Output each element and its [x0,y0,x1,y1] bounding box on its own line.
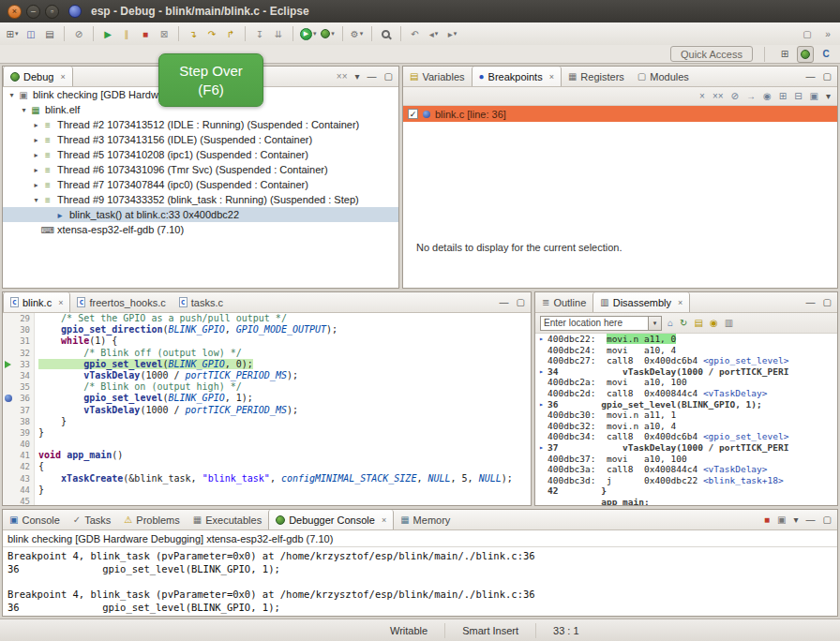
debug-perspective-button[interactable] [797,46,814,63]
disasm-row[interactable]: 400dbc37: movi a10, 100 [535,454,837,465]
window-close-button[interactable]: × [8,5,22,19]
tab-blink-c[interactable]: cblink.c× [3,292,70,312]
code-editor[interactable]: 29 /* Set the GPIO as a push/pull output… [3,313,531,505]
location-combo[interactable]: Enter location here ▾ [540,316,662,331]
breakpoint-checkbox[interactable]: ✓ [408,109,418,119]
location-input[interactable]: Enter location here [541,318,648,328]
new-wizard-button[interactable]: ⊞▾ [4,25,21,42]
print-button[interactable]: ▤ [41,25,58,42]
debug-tree-row[interactable]: ▸≡Thread #3 1073413156 (IDLE) (Suspended… [3,132,398,147]
disasm-row[interactable]: 400dbc32: movi.n a10, 4 [535,421,837,432]
maximize-view-icon[interactable]: ▢ [823,297,832,307]
close-tab-icon[interactable]: × [58,298,63,307]
show-supported-breakpoints-icon[interactable]: ⊘ [731,91,739,101]
sync-with-pc-icon[interactable]: ◉ [710,318,718,328]
disasm-row[interactable]: 400dbc24: movi a10, 4 [535,345,837,356]
remove-all-breakpoints-icon[interactable]: ×× [712,91,724,101]
tab-tasks[interactable]: ✓Tasks [67,510,118,529]
disasm-row[interactable]: 400dbc3d: j 0x400dbc22 <blink_task+18> [535,475,837,486]
minimize-view-icon[interactable]: — [806,514,816,525]
expander-closed-icon[interactable]: ▸ [31,136,41,144]
minimize-view-icon[interactable]: — [500,297,509,307]
close-tab-icon[interactable]: × [549,72,554,82]
code-line[interactable]: 37 vTaskDelay(1000 / portTICK_PERIOD_MS)… [3,405,531,416]
tab-variables[interactable]: ▤Variables [403,67,472,86]
code-line[interactable]: 38 } [3,416,531,427]
disasm-row[interactable]: 400dbc2a: movi a10, 100 [535,377,837,388]
disasm-row[interactable]: ▸400dbc22: movi.n a11, 0 [535,334,837,345]
remove-breakpoint-icon[interactable]: × [699,91,705,101]
breakpoint-icon[interactable] [5,395,12,402]
debug-tree-row[interactable]: ▸blink_task() at blink.c:33 0x400dbc22 [3,207,398,222]
run-button[interactable]: ▶▾ [299,25,318,42]
instruction-stepping-button[interactable]: ⇊ [270,25,287,42]
link-with-debug-view-icon[interactable]: ▣ [810,91,818,101]
window-minimize-button[interactable]: – [26,5,40,19]
remove-all-terminated-icon[interactable]: ×× [337,71,348,82]
toolbar-overflow-button[interactable]: » [819,25,836,42]
last-edit-location-button[interactable]: ↶ [407,25,424,42]
disassembly-listing[interactable]: ▸400dbc22: movi.n a11, 0400dbc24: movi a… [535,334,837,505]
close-tab-icon[interactable]: × [382,515,386,525]
disasm-row[interactable]: app_main: [535,497,837,505]
forward-button[interactable]: ▸▾ [444,25,461,42]
expander-open-icon[interactable]: ▾ [31,196,41,204]
disasm-row[interactable]: ▸36 gpio_set_level(BLINK_GPIO, 1); [535,399,837,410]
minimize-view-icon[interactable]: — [806,297,816,307]
code-line[interactable]: 45 [3,496,531,505]
tab-debugger-console[interactable]: Debugger Console× [268,510,394,529]
step-over-button[interactable]: ↷ [203,25,220,42]
code-line[interactable]: 30 gpio_set_direction(BLINK_GPIO, GPIO_M… [3,324,531,335]
drop-to-frame-button[interactable]: ↧ [251,25,268,42]
tab-console[interactable]: ▣Console [3,510,67,529]
external-tools-button[interactable]: ⚙▾ [349,25,366,42]
tab-memory[interactable]: ▦Memory [394,510,457,529]
code-line[interactable]: 31 while(1) { [3,335,531,347]
tab-tasks-c[interactable]: ctasks.c [172,292,230,312]
debug-tree-row[interactable]: ⌨xtensa-esp32-elf-gdb (7.10) [3,222,398,237]
quick-access-button[interactable]: Quick Access [670,46,753,62]
tab-problems[interactable]: ⚠Problems [117,510,186,529]
skip-all-breakpoints-button[interactable]: ⊘ [70,25,87,42]
console-output[interactable]: Breakpoint 4, blink_task (pvParameter=0x… [3,547,837,617]
code-line[interactable]: 32 /* Blink off (output low) */ [3,348,531,359]
terminate-button[interactable]: ■ [137,25,154,42]
resume-button[interactable]: ▶ [99,25,116,42]
maximize-view-icon[interactable]: ▢ [823,71,832,82]
save-button[interactable]: ◫ [22,25,39,42]
debug-dropdown-icon[interactable]: ▾ [331,30,335,37]
step-into-button[interactable]: ↴ [185,25,202,42]
debug-tree-row[interactable]: ▸≡Thread #2 1073413512 (IDLE : Running) … [3,117,398,132]
skip-all-breakpoints-icon[interactable]: ◉ [763,91,772,101]
go-to-file-icon[interactable]: → [746,91,756,101]
tab-breakpoints[interactable]: ●Breakpoints× [472,67,562,86]
collapse-all-icon[interactable]: ⊟ [794,91,802,101]
expand-all-icon[interactable]: ⊞ [779,91,787,101]
expander-open-icon[interactable]: ▾ [19,106,29,114]
disasm-row[interactable]: 400dbc30: movi.n a11, 1 [535,410,837,421]
debug-tree-row[interactable]: ▸≡Thread #5 1073410208 (ipc1) (Suspended… [3,147,398,162]
step-return-button[interactable]: ↱ [222,25,239,42]
new-window-button[interactable]: ▢ [799,25,816,42]
debug-button[interactable]: ▾ [320,25,337,42]
search-button[interactable] [378,25,395,42]
disasm-row[interactable]: 42 } [535,485,837,497]
breakpoint-row[interactable]: ✓blink.c [line: 36] [403,106,837,122]
code-line[interactable]: 40 [3,439,531,450]
show-opcodes-icon[interactable]: ▥ [725,318,733,328]
tab-outline[interactable]: ≣Outline [535,292,592,312]
tab-modules[interactable]: ▢Modules [631,67,696,86]
disasm-row[interactable]: 400dbc3a: call8 0x400844c4 <vTaskDelay> [535,464,837,475]
maximize-view-icon[interactable]: ▢ [823,514,832,525]
expander-closed-icon[interactable]: ▸ [31,181,41,189]
close-tab-icon[interactable]: × [678,298,682,307]
external-tools-dropdown-icon[interactable]: ▾ [360,30,364,37]
tab-executables[interactable]: ▦Executables [187,510,268,529]
code-line[interactable]: 44} [3,484,531,496]
terminate-console-icon[interactable]: ■ [764,514,770,525]
tab-registers[interactable]: ▦Registers [562,67,631,86]
code-line[interactable]: 41void app_main() [3,450,531,461]
disasm-row[interactable]: ▸37 vTaskDelay(1000 / portTICK_PERI [535,442,837,454]
back-dropdown-icon[interactable]: ▾ [435,30,439,37]
expander-closed-icon[interactable]: ▸ [31,151,41,159]
